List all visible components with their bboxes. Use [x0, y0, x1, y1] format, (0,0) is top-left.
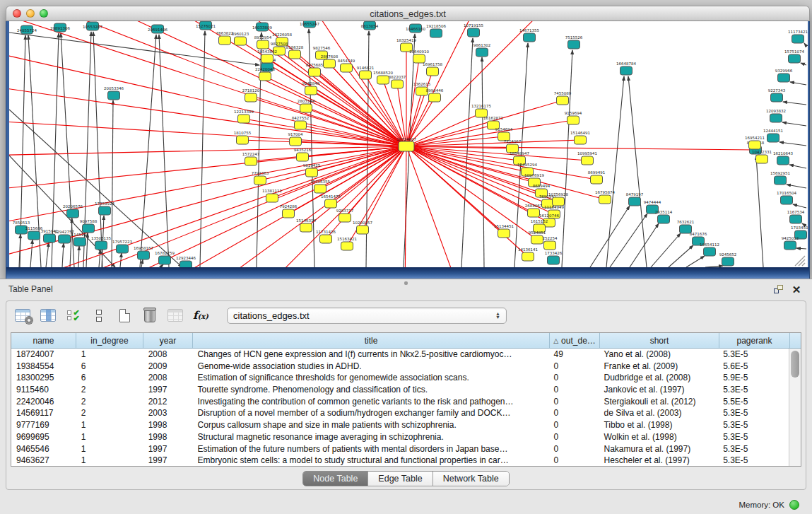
graph-node[interactable]: [770, 114, 782, 122]
graph-node[interactable]: [476, 48, 488, 57]
graph-node[interactable]: [792, 35, 804, 43]
graph-node[interactable]: [309, 68, 321, 76]
table-cell[interactable]: Genome-wide association studies in ADHD.: [193, 361, 549, 373]
graph-node[interactable]: [553, 197, 565, 206]
graph-node[interactable]: [259, 72, 271, 81]
graph-node[interactable]: [767, 134, 779, 142]
table-cell[interactable]: Corpus callosum shape and size in male p…: [193, 419, 549, 431]
table-row[interactable]: 2242004622012Investigating the contribut…: [11, 396, 789, 408]
table-cell[interactable]: 1: [76, 443, 143, 455]
graph-node[interactable]: [67, 209, 79, 218]
graph-node[interactable]: [235, 37, 247, 45]
column-header-name[interactable]: name: [11, 333, 76, 348]
table-cell[interactable]: 6: [76, 372, 143, 384]
table-cell[interactable]: 2003: [143, 407, 193, 419]
graph-node[interactable]: [341, 64, 353, 72]
graph-node[interactable]: [524, 33, 536, 42]
delete-table-button[interactable]: [141, 306, 159, 325]
graph-node[interactable]: [427, 67, 439, 76]
table-cell[interactable]: Franke et al. (2009): [599, 361, 718, 373]
graph-node[interactable]: [775, 176, 787, 185]
graph-node[interactable]: [430, 29, 442, 37]
graph-node[interactable]: [295, 121, 307, 129]
table-cell[interactable]: 5.3E-5: [718, 349, 789, 361]
scrollbar-thumb[interactable]: [791, 351, 799, 378]
vertical-scrollbar[interactable]: [789, 349, 801, 466]
function-builder-button[interactable]: f(x): [192, 306, 210, 325]
graph-node[interactable]: [360, 71, 372, 79]
table-cell[interactable]: 0: [549, 443, 599, 455]
graph-node[interactable]: [59, 235, 71, 243]
tab-network-table[interactable]: Network Table: [433, 472, 509, 486]
table-cell[interactable]: 0: [549, 372, 599, 384]
graph-node[interactable]: [138, 251, 150, 259]
float-panel-button[interactable]: [771, 283, 785, 296]
graph-node[interactable]: [341, 242, 353, 250]
table-cell[interactable]: 2012: [143, 396, 193, 408]
table-cell[interactable]: 9777169: [11, 419, 76, 431]
table-cell[interactable]: 14569117: [11, 407, 76, 419]
graph-node[interactable]: [95, 241, 107, 250]
table-cell[interactable]: 6: [76, 361, 143, 373]
table-row[interactable]: 911546021997Tourette syndrome. Phenomeno…: [11, 384, 789, 396]
table-cell[interactable]: 0: [549, 361, 599, 373]
graph-node[interactable]: [325, 199, 337, 208]
close-panel-button[interactable]: ✕: [789, 283, 804, 296]
graph-node[interactable]: [237, 136, 249, 144]
panel-drag-handle[interactable]: [404, 281, 408, 285]
graph-node[interactable]: [620, 66, 632, 75]
table-row[interactable]: 946554611997Estimation of the future num…: [11, 443, 789, 455]
table-cell[interactable]: 5.9E-5: [718, 372, 789, 384]
table-cell[interactable]: 19384554: [11, 361, 76, 373]
table-cell[interactable]: 5.3E-5: [718, 443, 789, 455]
graph-node[interactable]: [392, 80, 404, 88]
graph-node[interactable]: [568, 40, 580, 49]
table-cell[interactable]: 0: [549, 396, 599, 408]
graph-node[interactable]: [522, 252, 534, 261]
graph-node[interactable]: [789, 54, 801, 63]
graph-node[interactable]: [117, 245, 129, 253]
table-cell[interactable]: 0: [549, 455, 599, 466]
table-row[interactable]: 1456911722003Disruption of a novel membe…: [11, 407, 789, 419]
graph-node[interactable]: [557, 96, 569, 105]
table-cell[interactable]: 5.6E-5: [718, 361, 789, 373]
graph-node[interactable]: [629, 197, 641, 206]
graph-node[interactable]: [531, 235, 543, 244]
table-row[interactable]: 1938455462009Genome-wide association stu…: [11, 361, 789, 373]
table-cell[interactable]: 1997: [143, 384, 193, 396]
table-cell[interactable]: 5.3E-5: [718, 419, 789, 431]
table-cell[interactable]: 1998: [143, 431, 193, 443]
table-cell[interactable]: 2008: [143, 349, 193, 361]
table-row[interactable]: 969969511998Structural magnetic resonanc…: [11, 431, 789, 443]
table-row[interactable]: 946362711997Embryonic stem cells: a mode…: [11, 455, 789, 466]
table-cell[interactable]: Disruption of a novel member of a sodium…: [193, 407, 549, 419]
graph-node[interactable]: [289, 50, 301, 59]
graph-node[interactable]: [297, 153, 309, 161]
column-header-short[interactable]: short: [600, 333, 719, 348]
graph-node[interactable]: [781, 196, 793, 204]
table-cell[interactable]: Hescheler et al. (1997): [599, 455, 718, 466]
table-cell[interactable]: 2: [76, 396, 143, 408]
graph-node[interactable]: [44, 234, 56, 243]
table-row[interactable]: 977716911998Corpus callosum shape and si…: [11, 419, 789, 431]
table-selector-dropdown[interactable]: citations_edges.txt ▲▼: [227, 308, 507, 324]
table-cell[interactable]: 22420046: [11, 396, 76, 408]
table-row[interactable]: 1830029562008Estimation of significance …: [11, 372, 789, 384]
graph-node[interactable]: [498, 229, 510, 238]
graph-node[interactable]: [582, 156, 594, 165]
table-cell[interactable]: 1997: [143, 443, 193, 455]
graph-node[interactable]: [219, 36, 231, 45]
table-cell[interactable]: 9463627: [11, 455, 76, 466]
graph-node[interactable]: [108, 91, 120, 100]
delete-column-button[interactable]: [166, 306, 184, 325]
table-cell[interactable]: 9699695: [11, 431, 76, 443]
graph-node[interactable]: [357, 226, 369, 234]
graph-node[interactable]: [658, 215, 670, 223]
graph-node[interactable]: [314, 185, 326, 193]
table-cell[interactable]: Changes of HCN gene expression and I(f) …: [193, 349, 549, 361]
graph-node[interactable]: [575, 136, 587, 144]
graph-node[interactable]: [544, 241, 556, 250]
graph-node[interactable]: [245, 93, 257, 102]
table-cell[interactable]: 49: [549, 349, 599, 361]
graph-node[interactable]: [83, 224, 95, 233]
